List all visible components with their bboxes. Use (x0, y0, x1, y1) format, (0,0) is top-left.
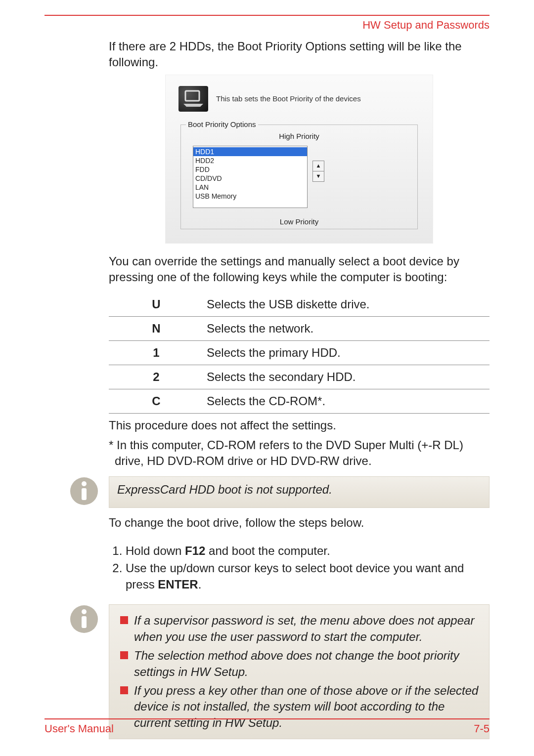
after-table-2: * In this computer, CD-ROM refers to the… (109, 437, 490, 469)
key-cell: 1 (109, 340, 204, 365)
key-cell: C (109, 389, 204, 413)
group-legend: Boot Priority Options (186, 120, 258, 128)
boot-key-table: USelects the USB diskette drive. NSelect… (109, 293, 490, 414)
list-item: Hold down F12 and boot the computer. (126, 543, 490, 559)
table-row: NSelects the network. (109, 316, 490, 340)
figure-caption: This tab sets the Boot Priority of the d… (216, 94, 361, 103)
list-item[interactable]: USB Memory (193, 192, 307, 201)
spinner-up-icon[interactable]: ▲ (312, 161, 324, 171)
desc-cell: Selects the network. (204, 316, 490, 340)
steps-list: Hold down F12 and boot the computer. Use… (109, 543, 490, 592)
after-table-1: This procedure does not affect the setti… (109, 418, 490, 433)
laptop-icon (178, 86, 208, 112)
low-priority-label: Low Priority (181, 217, 417, 226)
table-row: 1Selects the primary HDD. (109, 340, 490, 365)
high-priority-label: High Priority (181, 132, 417, 140)
boot-priority-group: Boot Priority Options High Priority HDD1… (180, 125, 418, 229)
list-item: The selection method above does not chan… (117, 648, 481, 680)
table-row: USelects the USB diskette drive. (109, 293, 490, 317)
list-item: If a supervisor password is set, the men… (117, 613, 481, 645)
change-intro: To change the boot drive, follow the ste… (109, 515, 490, 531)
key-cell: U (109, 293, 204, 317)
note-expresscard: ExpressCard HDD boot is not supported. (109, 476, 490, 508)
boot-priority-figure: This tab sets the Boot Priority of the d… (165, 75, 433, 244)
svg-rect-0 (185, 91, 199, 101)
key-cell: 2 (109, 365, 204, 389)
table-row: 2Selects the secondary HDD. (109, 365, 490, 389)
priority-spinner[interactable]: ▲ ▼ (312, 161, 323, 182)
info-icon (69, 476, 99, 508)
boot-priority-listbox[interactable]: HDD1 HDD2 FDD CD/DVD LAN USB Memory (193, 146, 308, 208)
svg-rect-6 (82, 616, 87, 628)
footer-left: User's Manual (44, 722, 114, 735)
svg-rect-3 (82, 488, 87, 500)
override-text: You can override the settings and manual… (109, 253, 490, 286)
list-item[interactable]: FDD (193, 165, 307, 174)
footer-right: 7-5 (474, 722, 490, 735)
list-item[interactable]: HDD1 (193, 147, 307, 156)
desc-cell: Selects the secondary HDD. (204, 365, 490, 389)
list-item: Use the up/down cursor keys to select bo… (126, 560, 490, 592)
svg-point-5 (82, 609, 87, 614)
desc-cell: Selects the primary HDD. (204, 340, 490, 365)
intro-text: If there are 2 HDDs, the Boot Priority O… (109, 39, 490, 71)
list-item[interactable]: CD/DVD (193, 174, 307, 183)
section-title: HW Setup and Passwords (44, 19, 490, 32)
desc-cell: Selects the CD-ROM*. (204, 389, 490, 413)
desc-cell: Selects the USB diskette drive. (204, 293, 490, 317)
list-item[interactable]: HDD2 (193, 156, 307, 165)
list-item[interactable]: LAN (193, 183, 307, 192)
spinner-down-icon[interactable]: ▼ (312, 171, 324, 182)
table-row: CSelects the CD-ROM*. (109, 389, 490, 413)
svg-point-2 (82, 481, 87, 486)
key-cell: N (109, 316, 204, 340)
